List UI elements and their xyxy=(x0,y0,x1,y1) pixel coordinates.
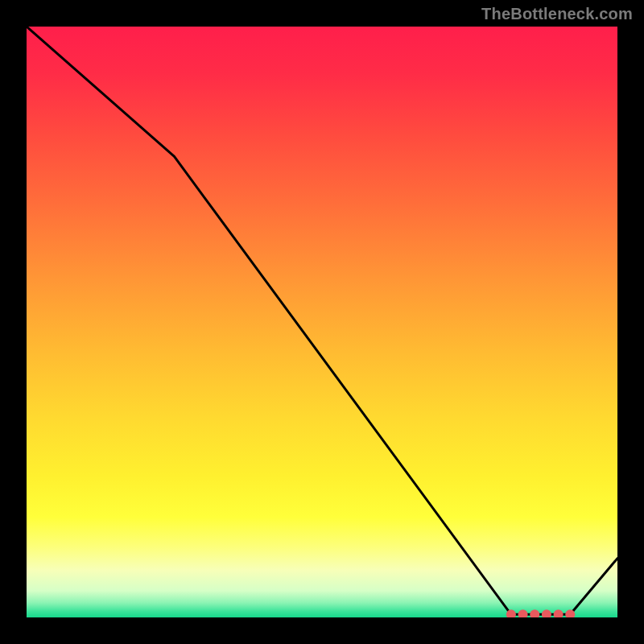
gradient-bg xyxy=(27,27,617,617)
chart-svg xyxy=(27,27,617,617)
chart-stage: TheBottleneck.com xyxy=(0,0,644,644)
watermark-label: TheBottleneck.com xyxy=(481,5,633,23)
plot-area xyxy=(27,27,617,617)
